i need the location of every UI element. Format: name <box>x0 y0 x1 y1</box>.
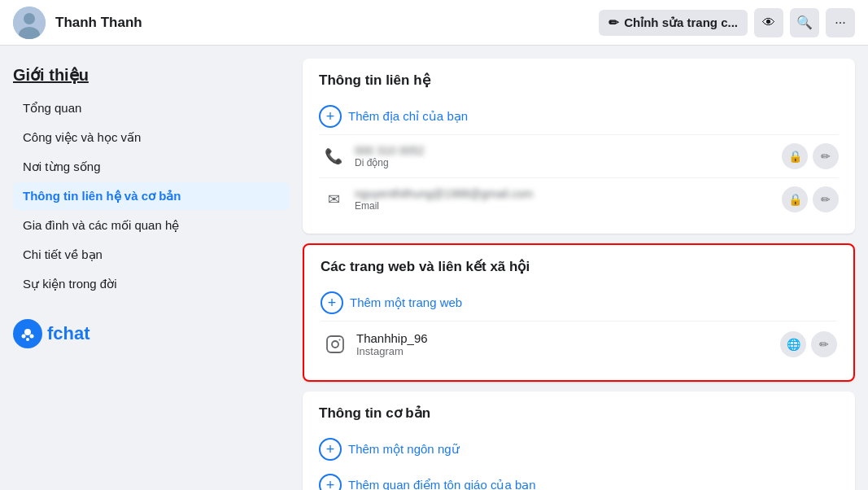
instagram-privacy-icon[interactable]: 🌐 <box>780 331 806 357</box>
add-language-link[interactable]: + Thêm một ngôn ngữ <box>319 431 839 467</box>
fchat-icon <box>13 319 42 348</box>
instagram-actions: 🌐 ✏ <box>780 331 837 357</box>
email-row: ✉ nguyenthithung@1988@gmail.com Email 🔒 … <box>319 177 839 221</box>
basic-section-title: Thông tin cơ bản <box>319 405 839 422</box>
search-icon: 🔍 <box>796 15 813 30</box>
more-button[interactable]: ··· <box>826 8 855 37</box>
sidebar-item-gia-dinh[interactable]: Gia đình và các mối quan hệ <box>13 212 290 239</box>
phone-edit-button[interactable]: ✏ <box>813 143 839 169</box>
sidebar: Giới thiệu Tổng quan Công việc và học vấ… <box>13 59 290 490</box>
main-content: Thông tin liên hệ + Thêm địa chỉ của bạn… <box>303 59 855 490</box>
user-name: Thanh Thanh <box>55 15 599 31</box>
email-info: nguyenthithung@1988@gmail.com Email <box>355 187 782 212</box>
sidebar-title: Giới thiệu <box>13 59 290 94</box>
add-web-icon: + <box>321 291 343 314</box>
instagram-icon <box>321 330 350 359</box>
svg-point-5 <box>30 335 34 339</box>
add-religion-label: Thêm quan điểm tôn giáo của bạn <box>348 478 536 490</box>
instagram-info: Thanhhip_96 Instagram <box>356 331 780 357</box>
email-privacy-icon[interactable]: 🔒 <box>782 186 808 212</box>
phone-row: 📞 000 310 0052 Di động 🔒 ✏ <box>319 134 839 177</box>
add-religion-link[interactable]: + Thêm quan điểm tôn giáo của bạn <box>319 467 839 490</box>
sidebar-item-noi-song[interactable]: Nơi từng sống <box>13 153 290 181</box>
phone-actions: 🔒 ✏ <box>782 143 839 169</box>
svg-rect-7 <box>327 336 343 352</box>
top-bar-actions: ✏ Chỉnh sửa trang c... 👁 🔍 ··· <box>599 8 855 37</box>
phone-privacy-icon[interactable]: 🔒 <box>782 143 808 169</box>
social-section: Các trang web và liên kết xã hội + Thêm … <box>303 243 855 382</box>
add-religion-icon: + <box>319 474 342 490</box>
social-section-title: Các trang web và liên kết xã hội <box>321 258 837 275</box>
sidebar-item-su-kien[interactable]: Sự kiện trong đời <box>13 270 290 298</box>
avatar <box>13 7 46 39</box>
eye-icon: 👁 <box>762 15 775 30</box>
contact-section-title: Thông tin liên hệ <box>319 72 839 89</box>
add-address-label: Thêm địa chỉ của bạn <box>348 109 468 124</box>
email-icon: ✉ <box>319 185 348 214</box>
instagram-handle: Thanhhip_96 <box>356 331 780 345</box>
svg-point-8 <box>332 341 338 348</box>
search-button[interactable]: 🔍 <box>790 8 819 37</box>
top-bar: Thanh Thanh ✏ Chỉnh sửa trang c... 👁 🔍 ·… <box>0 0 868 46</box>
add-web-label: Thêm một trang web <box>350 295 462 310</box>
add-language-label: Thêm một ngôn ngữ <box>348 442 460 457</box>
svg-point-9 <box>339 339 341 341</box>
phone-value: 000 310 0052 <box>355 144 782 157</box>
sidebar-item-thong-tin-lien-he[interactable]: Thông tin liên hệ và cơ bản <box>13 182 290 210</box>
sidebar-footer: fchat <box>13 300 290 348</box>
email-actions: 🔒 ✏ <box>782 186 839 212</box>
basic-section: Thông tin cơ bản + Thêm một ngôn ngữ + T… <box>303 392 855 490</box>
sidebar-item-tong-quan[interactable]: Tổng quan <box>13 94 290 122</box>
sidebar-item-chi-tiet[interactable]: Chi tiết về bạn <box>13 241 290 269</box>
email-edit-button[interactable]: ✏ <box>813 186 839 212</box>
edit-icon: ✏ <box>608 15 619 30</box>
phone-icon: 📞 <box>319 142 348 171</box>
svg-point-6 <box>26 338 29 341</box>
contact-section: Thông tin liên hệ + Thêm địa chỉ của bạn… <box>303 59 855 234</box>
instagram-row: Thanhhip_96 Instagram 🌐 ✏ <box>321 321 837 367</box>
add-language-icon: + <box>319 438 342 461</box>
edit-page-button[interactable]: ✏ Chỉnh sửa trang c... <box>599 10 748 36</box>
email-label: Email <box>355 200 782 212</box>
add-address-link[interactable]: + Thêm địa chỉ của bạn <box>319 98 839 134</box>
sidebar-item-cong-viec[interactable]: Công việc và học vấn <box>13 124 290 151</box>
eye-button[interactable]: 👁 <box>754 8 783 37</box>
add-web-link[interactable]: + Thêm một trang web <box>321 285 837 321</box>
fchat-logo: fchat <box>13 319 290 348</box>
more-icon: ··· <box>835 15 845 30</box>
page-layout: Giới thiệu Tổng quan Công việc và học vấ… <box>0 46 868 490</box>
svg-point-4 <box>22 335 26 339</box>
svg-point-1 <box>24 13 35 24</box>
phone-label: Di động <box>355 157 782 168</box>
instagram-label: Instagram <box>356 345 780 357</box>
email-value: nguyenthithung@1988@gmail.com <box>355 187 782 200</box>
instagram-edit-button[interactable]: ✏ <box>811 331 837 357</box>
phone-info: 000 310 0052 Di động <box>355 144 782 168</box>
add-address-icon: + <box>319 105 342 128</box>
svg-point-3 <box>24 329 31 335</box>
fchat-label: fchat <box>47 323 90 344</box>
